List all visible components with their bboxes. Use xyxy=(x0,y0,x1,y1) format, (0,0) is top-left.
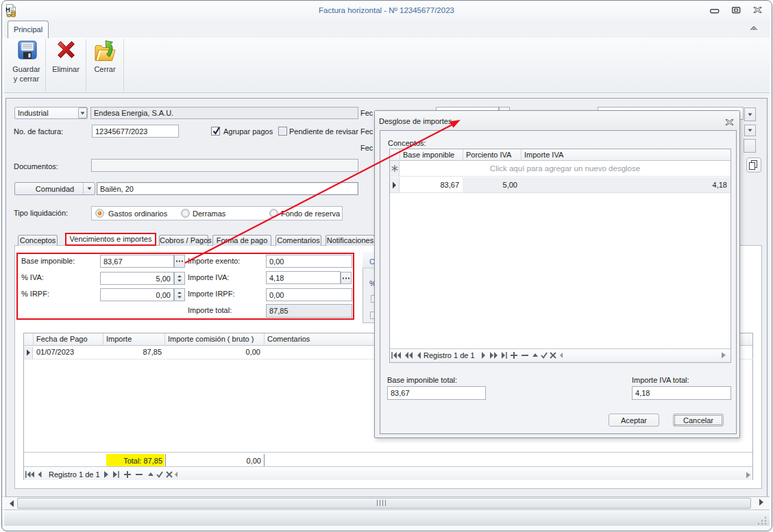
svg-text:H: H xyxy=(5,6,10,13)
